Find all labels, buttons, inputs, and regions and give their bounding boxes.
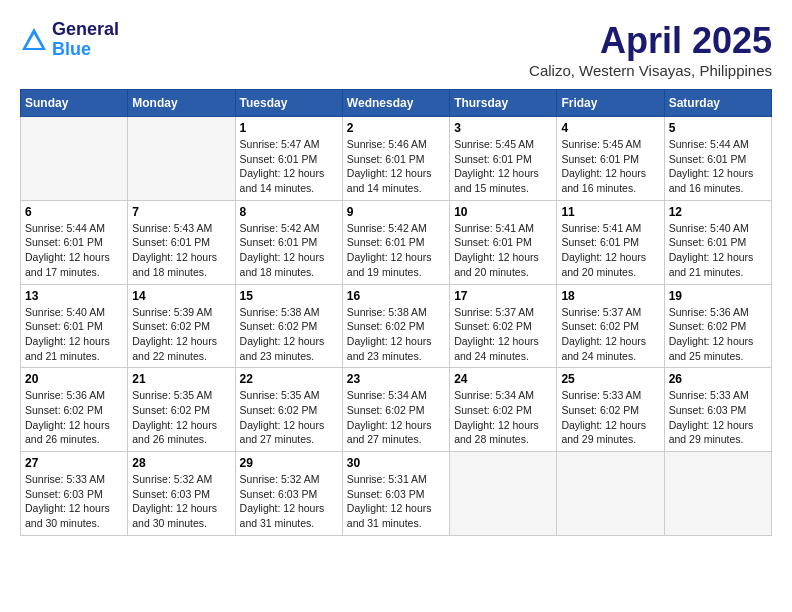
day-info: Sunrise: 5:45 AM Sunset: 6:01 PM Dayligh… bbox=[454, 137, 552, 196]
calendar-day-cell: 8Sunrise: 5:42 AM Sunset: 6:01 PM Daylig… bbox=[235, 200, 342, 284]
calendar-day-cell: 26Sunrise: 5:33 AM Sunset: 6:03 PM Dayli… bbox=[664, 368, 771, 452]
day-info: Sunrise: 5:42 AM Sunset: 6:01 PM Dayligh… bbox=[347, 221, 445, 280]
day-info: Sunrise: 5:35 AM Sunset: 6:02 PM Dayligh… bbox=[240, 388, 338, 447]
page-header: General Blue April 2025 Calizo, Western … bbox=[20, 20, 772, 79]
day-number: 9 bbox=[347, 205, 445, 219]
day-info: Sunrise: 5:47 AM Sunset: 6:01 PM Dayligh… bbox=[240, 137, 338, 196]
calendar-day-cell: 29Sunrise: 5:32 AM Sunset: 6:03 PM Dayli… bbox=[235, 452, 342, 536]
day-info: Sunrise: 5:31 AM Sunset: 6:03 PM Dayligh… bbox=[347, 472, 445, 531]
calendar-day-cell: 28Sunrise: 5:32 AM Sunset: 6:03 PM Dayli… bbox=[128, 452, 235, 536]
day-of-week-header: Sunday bbox=[21, 90, 128, 117]
logo-line2: Blue bbox=[52, 40, 119, 60]
day-info: Sunrise: 5:33 AM Sunset: 6:02 PM Dayligh… bbox=[561, 388, 659, 447]
day-number: 3 bbox=[454, 121, 552, 135]
day-number: 21 bbox=[132, 372, 230, 386]
calendar-day-cell: 18Sunrise: 5:37 AM Sunset: 6:02 PM Dayli… bbox=[557, 284, 664, 368]
day-info: Sunrise: 5:40 AM Sunset: 6:01 PM Dayligh… bbox=[669, 221, 767, 280]
day-info: Sunrise: 5:32 AM Sunset: 6:03 PM Dayligh… bbox=[132, 472, 230, 531]
day-number: 27 bbox=[25, 456, 123, 470]
calendar-day-cell bbox=[557, 452, 664, 536]
day-info: Sunrise: 5:44 AM Sunset: 6:01 PM Dayligh… bbox=[25, 221, 123, 280]
day-info: Sunrise: 5:37 AM Sunset: 6:02 PM Dayligh… bbox=[561, 305, 659, 364]
day-info: Sunrise: 5:32 AM Sunset: 6:03 PM Dayligh… bbox=[240, 472, 338, 531]
calendar-day-cell: 21Sunrise: 5:35 AM Sunset: 6:02 PM Dayli… bbox=[128, 368, 235, 452]
calendar-day-cell: 11Sunrise: 5:41 AM Sunset: 6:01 PM Dayli… bbox=[557, 200, 664, 284]
day-info: Sunrise: 5:41 AM Sunset: 6:01 PM Dayligh… bbox=[454, 221, 552, 280]
day-number: 23 bbox=[347, 372, 445, 386]
day-of-week-header: Thursday bbox=[450, 90, 557, 117]
day-info: Sunrise: 5:45 AM Sunset: 6:01 PM Dayligh… bbox=[561, 137, 659, 196]
calendar-day-cell: 5Sunrise: 5:44 AM Sunset: 6:01 PM Daylig… bbox=[664, 117, 771, 201]
logo-icon bbox=[20, 26, 48, 54]
day-info: Sunrise: 5:46 AM Sunset: 6:01 PM Dayligh… bbox=[347, 137, 445, 196]
calendar-week-row: 6Sunrise: 5:44 AM Sunset: 6:01 PM Daylig… bbox=[21, 200, 772, 284]
day-number: 22 bbox=[240, 372, 338, 386]
title-block: April 2025 Calizo, Western Visayas, Phil… bbox=[529, 20, 772, 79]
day-number: 13 bbox=[25, 289, 123, 303]
day-number: 29 bbox=[240, 456, 338, 470]
calendar-day-cell: 24Sunrise: 5:34 AM Sunset: 6:02 PM Dayli… bbox=[450, 368, 557, 452]
calendar-day-cell: 25Sunrise: 5:33 AM Sunset: 6:02 PM Dayli… bbox=[557, 368, 664, 452]
day-number: 28 bbox=[132, 456, 230, 470]
calendar-day-cell: 14Sunrise: 5:39 AM Sunset: 6:02 PM Dayli… bbox=[128, 284, 235, 368]
calendar-week-row: 27Sunrise: 5:33 AM Sunset: 6:03 PM Dayli… bbox=[21, 452, 772, 536]
calendar-day-cell: 6Sunrise: 5:44 AM Sunset: 6:01 PM Daylig… bbox=[21, 200, 128, 284]
calendar-day-cell: 13Sunrise: 5:40 AM Sunset: 6:01 PM Dayli… bbox=[21, 284, 128, 368]
calendar-day-cell bbox=[450, 452, 557, 536]
calendar-week-row: 20Sunrise: 5:36 AM Sunset: 6:02 PM Dayli… bbox=[21, 368, 772, 452]
calendar-title: April 2025 bbox=[529, 20, 772, 62]
calendar-day-cell: 2Sunrise: 5:46 AM Sunset: 6:01 PM Daylig… bbox=[342, 117, 449, 201]
day-number: 6 bbox=[25, 205, 123, 219]
day-info: Sunrise: 5:43 AM Sunset: 6:01 PM Dayligh… bbox=[132, 221, 230, 280]
calendar-day-cell: 15Sunrise: 5:38 AM Sunset: 6:02 PM Dayli… bbox=[235, 284, 342, 368]
calendar-day-cell bbox=[664, 452, 771, 536]
calendar-day-cell: 17Sunrise: 5:37 AM Sunset: 6:02 PM Dayli… bbox=[450, 284, 557, 368]
calendar-day-cell bbox=[21, 117, 128, 201]
day-number: 30 bbox=[347, 456, 445, 470]
day-info: Sunrise: 5:37 AM Sunset: 6:02 PM Dayligh… bbox=[454, 305, 552, 364]
calendar-day-cell: 23Sunrise: 5:34 AM Sunset: 6:02 PM Dayli… bbox=[342, 368, 449, 452]
day-number: 1 bbox=[240, 121, 338, 135]
calendar-table: SundayMondayTuesdayWednesdayThursdayFrid… bbox=[20, 89, 772, 536]
calendar-day-cell: 3Sunrise: 5:45 AM Sunset: 6:01 PM Daylig… bbox=[450, 117, 557, 201]
calendar-day-cell: 1Sunrise: 5:47 AM Sunset: 6:01 PM Daylig… bbox=[235, 117, 342, 201]
calendar-day-cell: 12Sunrise: 5:40 AM Sunset: 6:01 PM Dayli… bbox=[664, 200, 771, 284]
day-of-week-header: Tuesday bbox=[235, 90, 342, 117]
day-info: Sunrise: 5:34 AM Sunset: 6:02 PM Dayligh… bbox=[454, 388, 552, 447]
day-info: Sunrise: 5:41 AM Sunset: 6:01 PM Dayligh… bbox=[561, 221, 659, 280]
day-of-week-header: Monday bbox=[128, 90, 235, 117]
day-of-week-header: Saturday bbox=[664, 90, 771, 117]
logo-line1: General bbox=[52, 20, 119, 40]
calendar-day-cell: 16Sunrise: 5:38 AM Sunset: 6:02 PM Dayli… bbox=[342, 284, 449, 368]
day-info: Sunrise: 5:42 AM Sunset: 6:01 PM Dayligh… bbox=[240, 221, 338, 280]
calendar-day-cell: 22Sunrise: 5:35 AM Sunset: 6:02 PM Dayli… bbox=[235, 368, 342, 452]
day-info: Sunrise: 5:38 AM Sunset: 6:02 PM Dayligh… bbox=[240, 305, 338, 364]
calendar-day-cell: 20Sunrise: 5:36 AM Sunset: 6:02 PM Dayli… bbox=[21, 368, 128, 452]
calendar-header-row: SundayMondayTuesdayWednesdayThursdayFrid… bbox=[21, 90, 772, 117]
day-info: Sunrise: 5:39 AM Sunset: 6:02 PM Dayligh… bbox=[132, 305, 230, 364]
day-number: 19 bbox=[669, 289, 767, 303]
logo: General Blue bbox=[20, 20, 119, 60]
logo-text: General Blue bbox=[52, 20, 119, 60]
day-info: Sunrise: 5:34 AM Sunset: 6:02 PM Dayligh… bbox=[347, 388, 445, 447]
calendar-day-cell: 30Sunrise: 5:31 AM Sunset: 6:03 PM Dayli… bbox=[342, 452, 449, 536]
day-info: Sunrise: 5:33 AM Sunset: 6:03 PM Dayligh… bbox=[669, 388, 767, 447]
calendar-day-cell: 27Sunrise: 5:33 AM Sunset: 6:03 PM Dayli… bbox=[21, 452, 128, 536]
calendar-week-row: 1Sunrise: 5:47 AM Sunset: 6:01 PM Daylig… bbox=[21, 117, 772, 201]
calendar-day-cell: 4Sunrise: 5:45 AM Sunset: 6:01 PM Daylig… bbox=[557, 117, 664, 201]
calendar-day-cell: 9Sunrise: 5:42 AM Sunset: 6:01 PM Daylig… bbox=[342, 200, 449, 284]
day-number: 25 bbox=[561, 372, 659, 386]
calendar-week-row: 13Sunrise: 5:40 AM Sunset: 6:01 PM Dayli… bbox=[21, 284, 772, 368]
day-number: 16 bbox=[347, 289, 445, 303]
day-number: 8 bbox=[240, 205, 338, 219]
day-info: Sunrise: 5:33 AM Sunset: 6:03 PM Dayligh… bbox=[25, 472, 123, 531]
calendar-subtitle: Calizo, Western Visayas, Philippines bbox=[529, 62, 772, 79]
day-number: 2 bbox=[347, 121, 445, 135]
calendar-day-cell: 19Sunrise: 5:36 AM Sunset: 6:02 PM Dayli… bbox=[664, 284, 771, 368]
day-info: Sunrise: 5:36 AM Sunset: 6:02 PM Dayligh… bbox=[669, 305, 767, 364]
calendar-day-cell bbox=[128, 117, 235, 201]
day-of-week-header: Wednesday bbox=[342, 90, 449, 117]
day-number: 11 bbox=[561, 205, 659, 219]
day-info: Sunrise: 5:36 AM Sunset: 6:02 PM Dayligh… bbox=[25, 388, 123, 447]
day-number: 4 bbox=[561, 121, 659, 135]
